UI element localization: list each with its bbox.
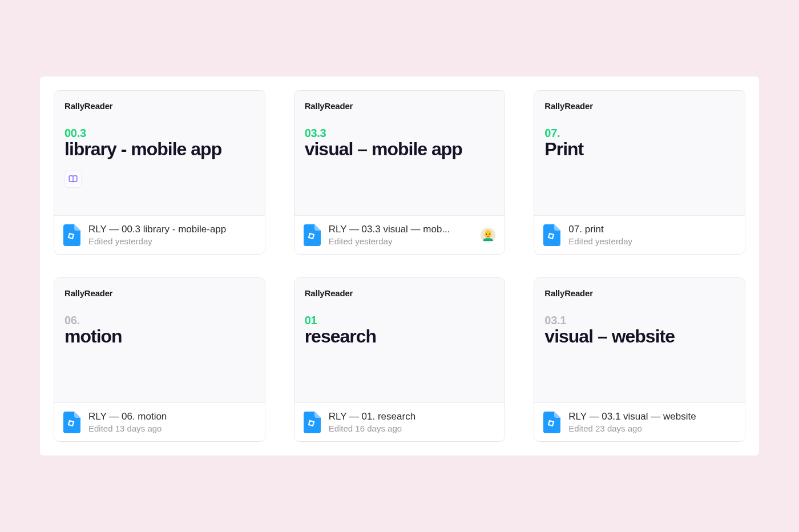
project-number: 07. — [544, 127, 736, 140]
file-preview: RallyReader 06. motion — [54, 278, 265, 402]
project-number: 03.1 — [544, 314, 736, 327]
figma-file-icon — [543, 412, 560, 433]
file-edited-label: Edited 23 days ago — [568, 424, 736, 433]
file-preview: RallyReader 03.1 visual – website — [534, 278, 745, 402]
file-footer: RLY — 01. research Edited 16 days ago — [294, 402, 505, 441]
file-footer: 07. print Edited yesterday — [534, 215, 745, 254]
file-title: RLY — 03.3 visual — mob... — [329, 224, 473, 235]
file-card[interactable]: RallyReader 03.3 visual – mobile app RLY… — [294, 90, 506, 255]
file-footer: RLY — 00.3 library - mobile-app Edited y… — [54, 215, 265, 254]
file-meta: RLY — 00.3 library - mobile-app Edited y… — [88, 224, 256, 246]
file-footer: RLY — 03.1 visual — website Edited 23 da… — [534, 402, 745, 441]
file-title: RLY — 03.1 visual — website — [568, 411, 736, 422]
file-meta: RLY — 01. research Edited 16 days ago — [329, 411, 496, 433]
file-title: RLY — 06. motion — [88, 411, 256, 422]
project-title: visual – website — [544, 327, 736, 346]
figma-file-icon — [63, 224, 80, 246]
file-edited-label: Edited 13 days ago — [88, 424, 256, 433]
file-preview: RallyReader 03.3 visual – mobile app — [294, 91, 505, 215]
file-edited-label: Edited 16 days ago — [329, 424, 496, 433]
figma-file-icon — [304, 412, 321, 433]
project-title: research — [305, 327, 496, 346]
file-preview: RallyReader 07. Print — [534, 91, 745, 215]
collaborator-avatar[interactable]: 👨‍🦲 — [481, 228, 495, 243]
figma-file-icon — [543, 224, 560, 246]
files-grid: RallyReader 00.3 library - mobile app RL… — [54, 90, 745, 442]
project-title: motion — [64, 327, 256, 346]
file-title: RLY — 01. research — [329, 411, 496, 422]
file-preview: RallyReader 00.3 library - mobile app — [54, 91, 265, 215]
file-title: 07. print — [568, 224, 736, 235]
project-number: 03.3 — [305, 127, 496, 140]
file-card[interactable]: RallyReader 03.1 visual – website RLY — … — [534, 277, 745, 442]
project-title: Print — [544, 140, 736, 159]
file-meta: 07. print Edited yesterday — [568, 224, 736, 246]
file-edited-label: Edited yesterday — [568, 236, 736, 246]
file-card[interactable]: RallyReader 07. Print 07. print Edited y… — [534, 90, 745, 255]
project-number: 00.3 — [64, 127, 256, 140]
brand-label: RallyReader — [64, 101, 256, 111]
brand-label: RallyReader — [64, 288, 256, 298]
file-card[interactable]: RallyReader 01 research RLY — 01. resear… — [294, 277, 506, 442]
file-meta: RLY — 03.1 visual — website Edited 23 da… — [568, 411, 736, 433]
book-icon — [64, 171, 82, 188]
project-number: 01 — [305, 314, 496, 327]
file-preview: RallyReader 01 research — [294, 278, 505, 402]
file-edited-label: Edited yesterday — [88, 236, 256, 246]
project-number: 06. — [64, 314, 256, 327]
file-meta: RLY — 06. motion Edited 13 days ago — [88, 411, 256, 433]
file-footer: RLY — 06. motion Edited 13 days ago — [54, 402, 265, 441]
project-title: visual – mobile app — [305, 140, 496, 159]
brand-label: RallyReader — [544, 288, 736, 298]
file-meta: RLY — 03.3 visual — mob... Edited yester… — [329, 224, 473, 246]
brand-label: RallyReader — [305, 288, 496, 298]
files-panel: RallyReader 00.3 library - mobile app RL… — [40, 76, 759, 456]
file-edited-label: Edited yesterday — [329, 236, 473, 246]
brand-label: RallyReader — [305, 101, 496, 111]
file-footer: RLY — 03.3 visual — mob... Edited yester… — [294, 215, 505, 254]
file-card[interactable]: RallyReader 06. motion RLY — 06. motion … — [54, 277, 265, 442]
figma-file-icon — [304, 224, 321, 246]
file-title: RLY — 00.3 library - mobile-app — [88, 224, 256, 235]
brand-label: RallyReader — [544, 101, 736, 111]
project-title: library - mobile app — [64, 140, 256, 159]
figma-file-icon — [63, 412, 80, 433]
file-card[interactable]: RallyReader 00.3 library - mobile app RL… — [54, 90, 265, 255]
